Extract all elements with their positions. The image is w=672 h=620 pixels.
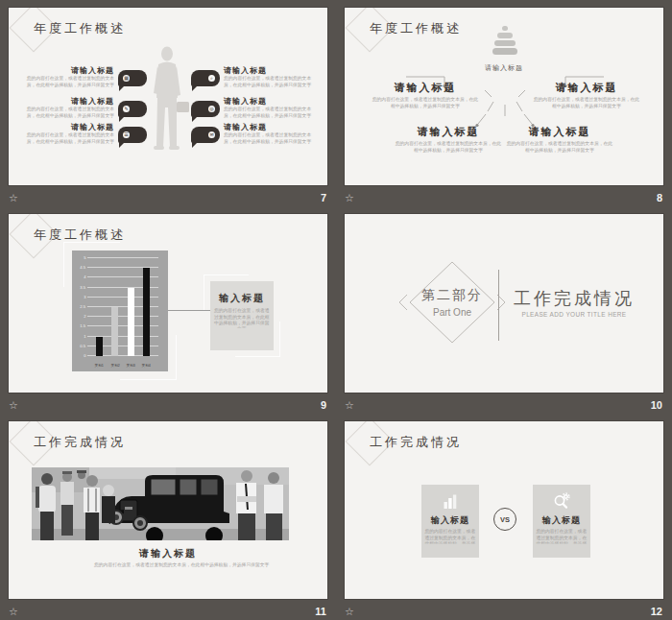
watermark-star-logo-icon: ☆ <box>9 400 18 411</box>
x-tick-label: 类别3 <box>127 363 135 368</box>
speech-bubble: ▦ <box>118 70 147 86</box>
chart-bar <box>96 337 103 356</box>
slide-11-canvas: 工作完成情况 <box>9 421 327 599</box>
slide-preview-11[interactable]: 工作完成情况 <box>0 414 336 620</box>
speech-bubble: ⌕ <box>191 70 220 86</box>
connector-line <box>166 310 210 311</box>
slide-9-canvas: 年度工作概述 00.511.522.533.544.55 类别1类别2类别3类别… <box>9 214 327 393</box>
x-tick-label: 类别4 <box>142 363 151 368</box>
caption-title: 输入标题 <box>210 292 274 305</box>
briefcase-icon <box>177 102 189 112</box>
block-title: 请输入标题 <box>372 81 479 95</box>
titled-text-block: 请输入标题 您的内容打在这里，或者通过复制您的文本后，在此框中选择粘贴，并选择只… <box>395 125 502 164</box>
callout-body: 您的内容打在这里，或者通过复制您的文本后，在此框中选择粘贴，并选择只保留文字 <box>224 76 320 88</box>
callout-body: 您的内容打在这里，或者通过复制您的文本后，在此框中选择粘贴，并选择只保留文字 <box>18 107 114 119</box>
y-tick-label: 5 <box>84 256 85 261</box>
block-title: 请输入标题 <box>506 125 613 139</box>
y-tick-label: 2 <box>84 315 85 320</box>
block-title: 请输入标题 <box>395 125 502 139</box>
callout-title: 请输入标题 <box>18 122 114 132</box>
block-body: 您的内容打在这里，或者通过复制您的文本后，在此框中选择粘贴，并选择只保留文字 <box>395 141 502 155</box>
search-icon: ⌕ <box>208 75 215 82</box>
pencil-icon: ✎ <box>123 106 130 112</box>
card-title: 输入标题 <box>421 514 479 527</box>
caption-body: 您的内容打在这里，或者通过复制您的文本后，在此框中选择粘贴，并选择只保留文字 <box>94 561 244 568</box>
slide-preview-12[interactable]: 工作完成情况 输入标题 您的内容打在这里，或者通过复制您的文本后，在此框中选择粘… <box>336 414 672 620</box>
card-body: 您的内容打在这里，或者通过复制您的文本后，在此框中选择粘贴，并选择只保留文字 <box>533 529 590 544</box>
slide-preview-9[interactable]: 年度工作概述 00.511.522.533.544.55 类别1类别2类别3类别… <box>0 206 336 414</box>
callout-item: 请输入标题 您的内容打在这里，或者通过复制您的文本后，在此框中选择粘贴，并选择只… <box>224 65 320 97</box>
vertical-divider <box>498 270 499 341</box>
chart-plot <box>87 258 158 356</box>
businessman-silhouette-icon <box>149 46 191 154</box>
chart-panel: 00.511.522.533.544.55 类别1类别2类别3类别4 <box>72 250 168 371</box>
callout-body: 您的内容打在这里，或者通过复制您的文本后，在此框中选择粘贴，并选择只保留文字 <box>18 132 114 145</box>
callout-item: 请输入标题 您的内容打在这里，或者通过复制您的文本后，在此框中选择粘贴，并选择只… <box>224 122 320 154</box>
callout-title: 请输入标题 <box>224 96 320 107</box>
callout-title: 请输入标题 <box>18 65 114 76</box>
callout-title: 请输入标题 <box>18 96 114 107</box>
vintage-car-photo <box>32 467 289 540</box>
slide-preview-grid: 年度工作概述 请输入标题 您的内容打在这里，或者通过复制您的文本后，在此框中选择… <box>0 0 672 620</box>
slide-title: 工作完成情况 <box>34 434 126 451</box>
section-part-sublabel: Part One <box>395 307 510 318</box>
block-body: 您的内容打在这里，或者通过复制您的文本后，在此框中选择粘贴，并选择只保留文字 <box>506 141 613 155</box>
chart-y-axis: 00.511.522.533.544.55 <box>72 258 86 356</box>
caption-body: 您的内容打在这里，或者通过复制您的文本后，在此框中选择粘贴，并选择只保留文字 <box>210 308 274 327</box>
bar-chart-icon <box>441 493 460 510</box>
chart-bar <box>143 268 150 356</box>
section-part-label: 第二部分 <box>395 287 510 304</box>
titled-text-block: 请输入标题 您的内容打在这里，或者通过复制您的文本后，在此框中选择粘贴，并选择只… <box>533 81 640 120</box>
chart-x-axis: 类别1类别2类别3类别4 <box>87 360 158 370</box>
slide-preview-10[interactable]: 第二部分 Part One 工作完成情况 PLEASE ADD YOUR TIT… <box>336 206 672 414</box>
slide-12-canvas: 工作完成情况 输入标题 您的内容打在这里，或者通过复制您的文本后，在此框中选择粘… <box>345 421 663 599</box>
caption-title: 请输入标题 <box>9 547 327 560</box>
slide-7-canvas: 年度工作概述 请输入标题 您的内容打在这里，或者通过复制您的文本后，在此框中选择… <box>9 8 327 185</box>
slide-8-canvas: 年度工作概述 请输入标题 <box>345 8 663 185</box>
grid-line <box>87 257 158 258</box>
page-number: 8 <box>657 192 662 203</box>
page-number: 9 <box>321 399 326 411</box>
watermark-star-logo-icon: ☆ <box>345 193 354 203</box>
y-tick-label: 1 <box>84 334 85 339</box>
watermark-star-logo-icon: ☆ <box>345 400 354 411</box>
page-number: 7 <box>321 192 326 203</box>
callout-item: 请输入标题 您的内容打在这里，或者通过复制您的文本后，在此框中选择粘贴，并选择只… <box>18 65 114 97</box>
callout-body: 您的内容打在这里，或者通过复制您的文本后，在此框中选择粘贴，并选择只保留文字 <box>224 107 320 119</box>
watermark-star-logo-icon: ☆ <box>345 607 354 617</box>
slide-preview-7[interactable]: 年度工作概述 请输入标题 您的内容打在这里，或者通过复制您的文本后，在此框中选择… <box>0 0 336 206</box>
block-body: 您的内容打在这里，或者通过复制您的文本后，在此框中选择粘贴，并选择只保留文字 <box>372 97 479 110</box>
slide-preview-8[interactable]: 年度工作概述 请输入标题 <box>336 0 672 206</box>
titled-text-block: 请输入标题 您的内容打在这里，或者通过复制您的文本后，在此框中选择粘贴，并选择只… <box>372 81 479 120</box>
y-tick-label: 0.5 <box>80 344 85 348</box>
y-tick-label: 3 <box>84 295 85 299</box>
y-tick-label: 3.5 <box>80 285 85 290</box>
callout-body: 您的内容打在这里，或者通过复制您的文本后，在此框中选择粘贴，并选择只保留文字 <box>18 76 114 88</box>
block-title: 请输入标题 <box>533 81 640 95</box>
callout-body: 您的内容打在这里，或者通过复制您的文本后，在此框中选择粘贴，并选择只保留文字 <box>224 132 320 145</box>
chat-icon: ✉ <box>208 131 215 138</box>
chart-caption-box: 输入标题 您的内容打在这里，或者通过复制您的文本后，在此框中选择粘贴，并选择只保… <box>210 281 274 350</box>
watermark-star-logo-icon: ☆ <box>9 607 18 617</box>
section-subtitle: PLEASE ADD YOUR TITLE HERE <box>519 311 629 318</box>
comparison-card-left: 输入标题 您的内容打在这里，或者通过复制您的文本后，在此框中选择粘贴，并选择只保… <box>421 485 479 558</box>
block-body: 您的内容打在这里，或者通过复制您的文本后，在此框中选择粘贴，并选择只保留文字 <box>533 97 640 110</box>
grid-icon: ▦ <box>123 75 130 82</box>
slide-10-canvas: 第二部分 Part One 工作完成情况 PLEASE ADD YOUR TIT… <box>345 214 663 393</box>
list-icon: ☰ <box>123 131 130 138</box>
page-number: 12 <box>651 606 662 617</box>
comparison-card-right: 输入标题 您的内容打在这里，或者通过复制您的文本后，在此框中选择粘贴，并选择只保… <box>533 485 590 558</box>
y-tick-label: 4.5 <box>80 266 85 271</box>
y-tick-label: 0 <box>84 354 85 359</box>
x-tick-label: 类别2 <box>110 363 119 368</box>
speech-bubble: ✉ <box>191 127 220 143</box>
titled-text-block: 请输入标题 您的内容打在这里，或者通过复制您的文本后，在此框中选择粘贴，并选择只… <box>506 125 613 164</box>
target-icon: ◎ <box>208 106 215 112</box>
page-number: 10 <box>651 399 662 411</box>
y-tick-label: 1.5 <box>80 324 85 329</box>
slide-title: 年度工作概述 <box>34 20 126 37</box>
callout-item: 请输入标题 您的内容打在这里，或者通过复制您的文本后，在此框中选择粘贴，并选择只… <box>18 122 114 154</box>
gear-search-icon <box>552 492 571 510</box>
vs-badge: VS <box>493 508 516 531</box>
slide-title: 工作完成情况 <box>370 434 462 451</box>
